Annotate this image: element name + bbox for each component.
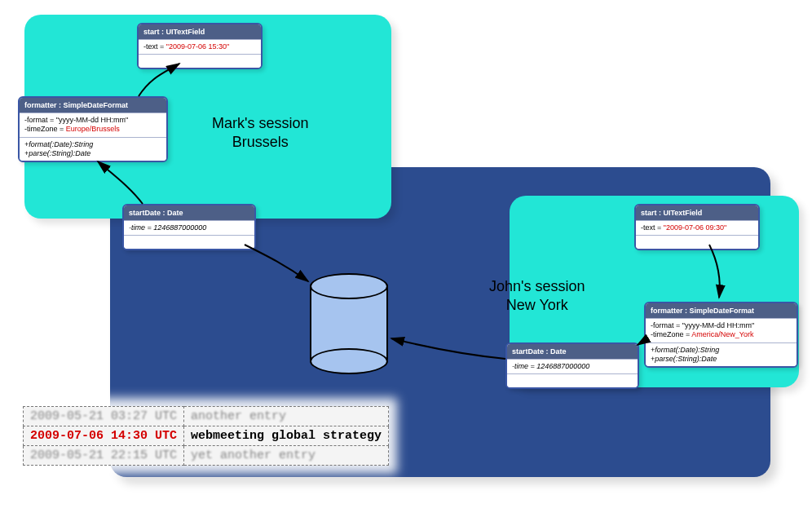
database-rows-table: 2009-05-21 03:27 UTC another entry 2009-… [23,406,389,466]
row-desc: another entry [184,407,389,426]
mark-start-uitextfield: start : UITextField -text = "2009-07-06 … [137,23,263,69]
object-attr: -text = "2009-07-06 09:30" [636,220,758,235]
john-formatter: formatter : SimpleDateFormat -format = "… [644,302,798,368]
object-header: start : UITextField [139,24,261,39]
object-empty-row [139,54,261,68]
object-attr: -format = "yyyy-MM-dd HH:mm" -timeZone =… [646,318,797,342]
object-attr: -time = 1246887000000 [507,359,638,373]
row-desc: webmeeting global strategy [184,426,389,446]
object-methods: +format(:Date):String +parse(:String):Da… [20,137,166,161]
row-time: 2009-05-21 22:15 UTC [24,446,184,466]
object-header: formatter : SimpleDateFormat [20,98,166,113]
row-time: 2009-05-21 03:27 UTC [24,407,184,426]
database-icon [310,273,385,371]
table-row: 2009-05-21 03:27 UTC another entry [24,407,389,426]
object-header: startDate : Date [124,205,254,220]
object-attr: -text = "2009-07-06 15:30" [139,39,261,54]
object-attr: -time = 1246887000000 [124,220,254,235]
mark-startdate: startDate : Date -time = 1246887000000 [122,204,256,250]
object-empty-row [507,373,638,387]
object-attr: -format = "yyyy-MM-dd HH:mm" -timeZone =… [20,113,166,137]
table-row: 2009-07-06 14:30 UTC webmeeting global s… [24,426,389,446]
object-empty-row [636,235,758,249]
object-header: start : UITextField [636,205,758,220]
mark-formatter: formatter : SimpleDateFormat -format = "… [18,96,168,162]
mark-session-label: Mark's session Brussels [212,114,308,151]
row-time: 2009-07-06 14:30 UTC [24,426,184,446]
row-desc: yet another entry [184,446,389,466]
object-empty-row [124,235,254,249]
table-row: 2009-05-21 22:15 UTC yet another entry [24,446,389,466]
john-start-uitextfield: start : UITextField -text = "2009-07-06 … [634,204,760,250]
john-session-label: John's session New York [489,277,585,314]
object-header: formatter : SimpleDateFormat [646,303,797,318]
john-startdate: startDate : Date -time = 1246887000000 [505,342,639,389]
diagram-canvas: Mark's session Brussels John's session N… [0,0,812,517]
object-header: startDate : Date [507,344,638,359]
object-methods: +format(:Date):String +parse(:String):Da… [646,342,797,367]
